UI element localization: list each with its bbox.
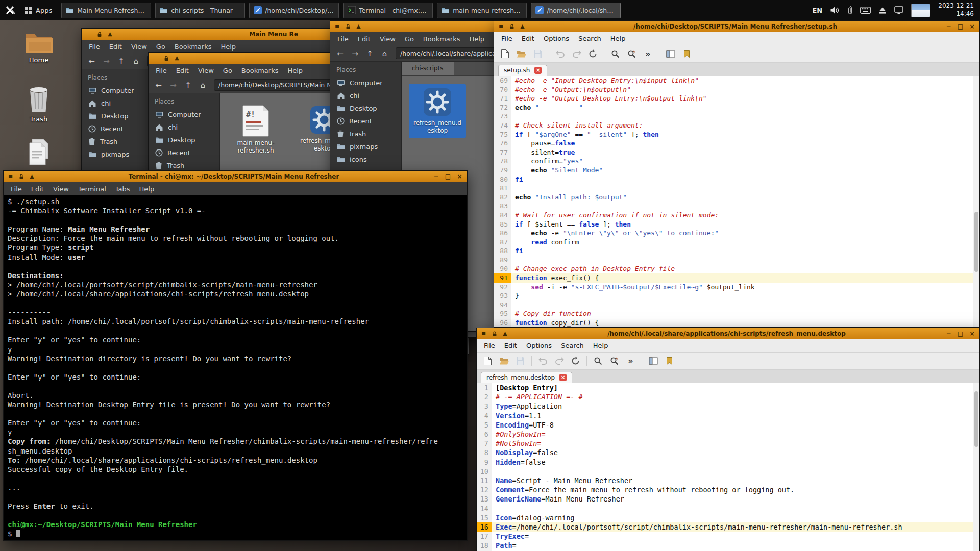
more-tools-icon[interactable]: » [643,48,653,59]
eject-icon[interactable] [878,7,887,14]
scrollbar[interactable] [973,383,979,551]
taskbar-button[interactable]: /home/chi/Desktop/S... [249,3,339,18]
redo-icon[interactable] [571,48,582,59]
place-desktop[interactable]: Desktop [330,102,401,115]
reload-icon[interactable] [570,356,581,366]
tab-refresh-menu-desktop[interactable]: refresh_menu.desktop × [481,372,572,383]
minimize-button[interactable]: − [944,21,953,32]
maximize-button[interactable]: □ [443,171,453,182]
place-computer[interactable]: Computer [149,108,219,121]
keyboard-layout-indicator[interactable]: EN [812,7,822,14]
minimize-button[interactable]: − [431,171,441,182]
menu-tabs[interactable]: Tabs [111,185,135,193]
menu-edit[interactable]: Edit [517,34,539,43]
forward-button[interactable]: → [166,79,180,91]
tab-close-icon[interactable]: × [559,374,567,381]
place-trash[interactable]: Trash [330,128,401,140]
up-button[interactable]: ↑ [114,55,128,67]
desktop-icon-trash[interactable]: Trash [13,86,64,123]
menu-edit[interactable]: Edit [500,341,522,350]
redo-icon[interactable] [554,356,565,366]
maximize-button[interactable]: □ [955,328,965,339]
menu-options[interactable]: Options [539,34,574,43]
home-button[interactable]: ⌂ [129,55,143,67]
side-pane-icon[interactable] [648,356,658,366]
tab-close-icon[interactable]: × [534,67,542,74]
menu-options[interactable]: Options [522,341,556,350]
new-document-icon[interactable] [500,48,510,59]
menu-file[interactable]: File [84,42,105,51]
menu-view[interactable]: View [127,42,152,51]
menu-help[interactable]: Help [589,341,613,350]
place-computer[interactable]: Computer [82,84,153,97]
bookmark-icon[interactable] [681,48,692,59]
menu-terminal[interactable]: Terminal [74,185,111,193]
up-button[interactable]: ↑ [363,47,377,60]
bookmark-icon[interactable] [664,356,675,366]
window-menu-icon[interactable]: ≡ [497,21,505,32]
maximize-button[interactable]: □ [955,21,965,32]
side-pane-icon[interactable] [665,48,676,59]
taskbar-button[interactable]: main-menu-refreshe... [437,3,527,18]
undo-icon[interactable] [555,48,566,59]
menu-go[interactable]: Go [400,35,419,43]
menu-edit[interactable]: Edit [172,66,193,75]
search-replace-icon[interactable] [626,48,637,59]
sticky-icon[interactable] [344,24,352,30]
back-button[interactable]: ← [152,79,165,91]
window-menu-icon[interactable]: ≡ [84,29,93,40]
titlebar[interactable]: ≡ ▲ /home/chi/.local/share/applications/… [477,328,979,339]
window-menu-icon[interactable]: ≡ [333,21,341,32]
window-menu-icon[interactable]: ≡ [151,53,160,64]
titlebar[interactable]: ≡ ▲ Terminal - chi@mx: ~/Desktop/SCRIPTS… [4,171,467,182]
shade-icon[interactable]: ▲ [501,328,509,339]
sticky-icon[interactable] [17,174,26,180]
place-chi[interactable]: chi [330,89,401,102]
menu-file[interactable]: File [497,34,517,43]
sticky-icon[interactable] [95,32,104,37]
desktop-icon-document[interactable] [13,139,64,165]
menu-edit[interactable]: Edit [27,185,48,193]
minimize-button[interactable]: − [944,328,953,339]
menu-bookmarks[interactable]: Bookmarks [237,66,283,75]
close-button[interactable]: × [967,21,977,32]
menu-help[interactable]: Help [216,42,240,51]
menu-view[interactable]: View [48,185,74,193]
search-icon[interactable] [610,48,621,59]
back-button[interactable]: ← [85,55,99,67]
menu-bookmarks[interactable]: Bookmarks [170,42,216,51]
shade-icon[interactable]: ▲ [518,21,527,32]
taskbar-button[interactable]: Main Menu Refreshe... [61,3,151,18]
menu-edit[interactable]: Edit [353,35,375,43]
back-button[interactable]: ← [333,47,347,60]
menu-file[interactable]: File [6,185,27,193]
close-button[interactable]: × [967,328,977,339]
taskbar-button[interactable]: Terminal - chi@mx: ~... [343,3,433,18]
place-pixmaps[interactable]: pixmaps [330,140,401,153]
sticky-icon[interactable] [490,331,499,337]
sticky-icon[interactable] [507,24,516,30]
mx-menu-button[interactable] [0,0,21,20]
menu-go[interactable]: Go [218,66,237,75]
menu-search[interactable]: Search [556,341,589,350]
scrollbar[interactable] [973,76,979,327]
tab-setup-sh[interactable]: setup.sh × [498,65,547,76]
open-file-icon[interactable] [516,48,527,59]
file-icon-cell[interactable]: #!main-menu-refresher.sh [227,102,284,158]
place-trash[interactable]: Trash [82,135,153,148]
shade-icon[interactable]: ▲ [106,29,114,40]
up-button[interactable]: ↑ [181,79,195,91]
place-chi[interactable]: chi [82,97,153,110]
forward-button[interactable]: → [100,55,113,67]
open-file-icon[interactable] [499,356,509,366]
save-icon[interactable] [532,48,543,59]
menu-help[interactable]: Help [283,66,307,75]
menu-help[interactable]: Help [606,34,630,43]
shade-icon[interactable]: ▲ [173,53,181,64]
place-recent[interactable]: Recent [149,146,219,159]
code-editor[interactable]: 1[Desktop Entry]2# -= APPLICATION =- #3T… [477,383,979,551]
place-pixmaps[interactable]: pixmaps [82,148,153,161]
menu-view[interactable]: View [375,35,400,43]
keyboard-icon[interactable] [860,7,871,14]
clipboard-icon[interactable] [847,6,852,15]
